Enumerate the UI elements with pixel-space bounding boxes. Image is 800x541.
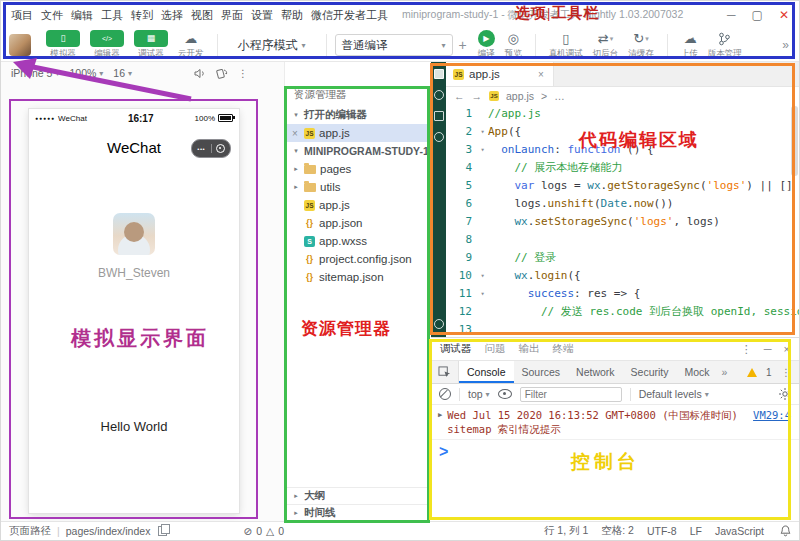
more-options-icon[interactable]: ⋮ — [238, 68, 248, 79]
user-avatar[interactable] — [9, 34, 31, 56]
problems-indicator[interactable]: ⊘ 0 △ 0 — [243, 525, 284, 537]
copy-path-icon[interactable] — [158, 526, 167, 536]
close-file-icon[interactable]: × — [292, 128, 300, 139]
breadcrumb-file[interactable]: app.js — [506, 90, 534, 102]
panel-minimize-icon[interactable]: ─ — [764, 343, 772, 355]
devtools-tab-console[interactable]: Console — [459, 361, 514, 383]
maximize-icon[interactable]: ▢ — [752, 8, 763, 22]
toolbar-overflow-icon[interactable]: » — [782, 38, 791, 52]
panel-close-icon[interactable]: × — [784, 343, 790, 355]
devtools-kebab-icon[interactable]: ⋮ — [781, 366, 792, 378]
message-source-link[interactable]: VM29:4 — [753, 408, 791, 422]
code-line-13[interactable]: 13 — [446, 321, 799, 337]
close-tab-icon[interactable]: × — [538, 69, 546, 80]
minimize-icon[interactable]: ─ — [727, 8, 736, 22]
menu-item-6[interactable]: 视图 — [187, 8, 217, 23]
close-icon[interactable]: ✕ — [779, 8, 789, 22]
preview-button[interactable]: ◎ 预览 — [505, 30, 522, 60]
code-area[interactable]: 1//app.js2▾App({3▾ onLaunch: function ()… — [446, 105, 799, 337]
log-levels-select[interactable]: Default levels ▾ — [639, 388, 709, 400]
status-item-4[interactable]: JavaScript — [715, 525, 764, 537]
live-expression-icon[interactable] — [498, 389, 512, 399]
console-prompt[interactable]: > — [431, 440, 799, 464]
menu-item-5[interactable]: 选择 — [157, 8, 187, 23]
devtools-tab-security[interactable]: Security — [623, 361, 677, 383]
menu-item-9[interactable]: 帮助 — [277, 8, 307, 23]
status-item-3[interactable]: LF — [690, 525, 702, 537]
code-line-9[interactable]: 9 // 登录 — [446, 249, 799, 267]
devtools-tab-network[interactable]: Network — [568, 361, 623, 383]
menu-item-0[interactable]: 项目 — [7, 8, 37, 23]
miniprogram-capsule[interactable]: ••• — [191, 139, 231, 158]
speaker-icon[interactable] — [194, 68, 206, 79]
back-icon[interactable]: ← — [454, 90, 465, 102]
tree-item-project.config.json[interactable]: {}project.config.json — [285, 250, 431, 268]
compile-mode-select[interactable]: 普通编译 ▾ — [335, 34, 453, 56]
compile-button[interactable]: ▶ 编译 — [478, 30, 495, 60]
warning-count[interactable]: 1 — [766, 367, 772, 378]
status-item-0[interactable]: 行 1, 列 1 — [544, 524, 588, 538]
version-control-button[interactable]: 版本管理 — [708, 30, 742, 60]
add-compile-mode-button[interactable]: + — [459, 37, 467, 53]
profile-avatar[interactable] — [113, 213, 155, 255]
debugger-tab-3[interactable]: 终端 — [553, 342, 574, 356]
capsule-menu-icon[interactable]: ••• — [192, 146, 211, 152]
debugger-tab-2[interactable]: 输出 — [519, 342, 540, 356]
bottom-section-1[interactable]: ▸时间线 — [285, 504, 431, 521]
upload-button[interactable]: ☁↑ 上传 — [681, 30, 698, 60]
zoom-select[interactable]: 100% ▾ — [69, 67, 103, 79]
editor-tab-appjs[interactable]: JS app.js × — [446, 62, 554, 86]
debugger-tab-1[interactable]: 问题 — [485, 342, 506, 356]
code-line-7[interactable]: 7 wx.setStorageSync('logs', logs) — [446, 213, 799, 231]
tree-item-app.js[interactable]: JSapp.js — [285, 196, 431, 214]
tree-item-pages[interactable]: ▸pages — [285, 160, 431, 178]
status-item-2[interactable]: UTF-8 — [647, 525, 677, 537]
code-line-12[interactable]: 12 // 发送 res.code 到后台换取 openId, sessionK… — [446, 303, 799, 321]
switch-background-button[interactable]: ⇄▾ 切后台 — [593, 30, 619, 60]
code-line-10[interactable]: 10▾ wx.login({ — [446, 267, 799, 285]
page-path-value[interactable]: pages/index/index — [66, 525, 151, 537]
inspect-element-icon[interactable] — [431, 361, 459, 383]
inspector-toggle[interactable]: ▦ 调试器 — [134, 30, 168, 60]
settings-icon[interactable] — [434, 319, 444, 329]
tree-item-app.json[interactable]: {}app.json — [285, 214, 431, 232]
editor-scrollbar[interactable] — [791, 106, 798, 176]
open-editor-item[interactable]: × JS app.js — [285, 124, 431, 142]
fold-icon[interactable]: ▾ — [477, 267, 488, 285]
code-line-1[interactable]: 1//app.js — [446, 105, 799, 123]
code-line-6[interactable]: 6 logs.unshift(Date.now()) — [446, 195, 799, 213]
code-line-8[interactable]: 8 — [446, 231, 799, 249]
console-settings-icon[interactable] — [779, 388, 791, 400]
devtools-tab-sources[interactable]: Sources — [514, 361, 569, 383]
debugger-tab-0[interactable]: 调试器 — [440, 342, 472, 356]
tree-item-utils[interactable]: ▸utils — [285, 178, 431, 196]
code-line-2[interactable]: 2▾App({ — [446, 123, 799, 141]
capsule-close-icon[interactable] — [212, 144, 231, 153]
open-editors-section[interactable]: ▾ 打开的编辑器 — [285, 106, 431, 124]
panel-kebab-icon[interactable]: ⋮ — [741, 343, 752, 356]
more-tabs-icon[interactable]: » — [718, 366, 732, 378]
menu-item-7[interactable]: 界面 — [217, 8, 247, 23]
clear-console-icon[interactable] — [439, 388, 451, 400]
fold-icon[interactable]: ▾ — [477, 123, 488, 141]
console-message-0[interactable]: ▶Wed Jul 15 2020 16:13:52 GMT+0800 (中国标准… — [431, 405, 799, 440]
plugins-icon[interactable] — [434, 132, 444, 142]
network-select[interactable]: 16 ▾ — [113, 67, 132, 79]
status-item-1[interactable]: 空格: 2 — [601, 524, 634, 538]
bell-icon[interactable] — [780, 525, 791, 537]
device-select[interactable]: iPhone 5 ▾ — [11, 67, 59, 79]
simulator-toggle[interactable]: ▯ 模拟器 — [46, 30, 80, 60]
menu-item-2[interactable]: 编辑 — [67, 8, 97, 23]
search-icon[interactable] — [434, 90, 444, 100]
code-line-11[interactable]: 11▾ success: res => { — [446, 285, 799, 303]
clear-cache-button[interactable]: ↻▾ 清缓存 — [628, 30, 654, 60]
bottom-section-0[interactable]: ▸大纲 — [285, 487, 431, 504]
cloud-dev-button[interactable]: ☁ 云开发 — [178, 30, 204, 60]
mode-select[interactable]: 小程序模式 ▾ — [238, 37, 306, 54]
tree-item-sitemap.json[interactable]: {}sitemap.json — [285, 268, 431, 286]
project-root-item[interactable]: ▾ MINIPROGRAM-STUDY-1 — [285, 142, 431, 160]
fold-icon[interactable]: ▾ — [477, 285, 488, 303]
console-filter-input[interactable] — [520, 387, 622, 402]
device-debug-button[interactable]: ▯ 真机调试 — [549, 30, 583, 60]
breadcrumb-more[interactable]: … — [554, 90, 565, 102]
